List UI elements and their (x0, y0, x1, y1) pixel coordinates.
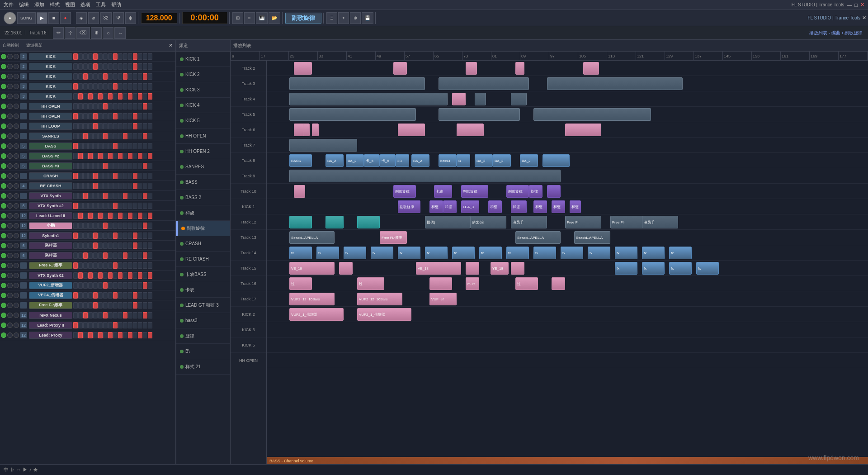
step-button[interactable] (148, 73, 152, 80)
track-block[interactable]: fx (344, 247, 366, 259)
step-button[interactable] (88, 272, 93, 279)
track-block[interactable]: fx (425, 247, 448, 259)
step-button[interactable] (78, 113, 83, 119)
step-button[interactable] (83, 262, 88, 269)
channel-rack-track[interactable]: KICK 4 (176, 98, 230, 113)
step-button[interactable] (138, 113, 142, 119)
step-button[interactable] (123, 163, 127, 169)
step-button[interactable] (148, 272, 152, 279)
step-button[interactable] (83, 143, 88, 149)
step-button[interactable] (128, 163, 132, 169)
step-button[interactable] (143, 113, 147, 119)
step-button[interactable] (113, 123, 118, 129)
step-button[interactable] (73, 193, 78, 199)
step-button[interactable] (108, 242, 113, 249)
step-button[interactable] (88, 63, 93, 70)
step-button[interactable] (113, 252, 118, 259)
channel-solo-btn[interactable] (14, 253, 19, 258)
channel-mute-btn[interactable] (7, 203, 13, 209)
channel-mute-btn[interactable] (7, 153, 13, 159)
channel-rack-track[interactable]: bass3 (176, 313, 230, 328)
channel-mute-btn[interactable] (7, 263, 13, 268)
step-button[interactable] (103, 203, 108, 209)
step-button[interactable] (118, 113, 123, 119)
channel-mute-btn[interactable] (7, 124, 13, 129)
step-button[interactable] (83, 312, 88, 318)
channel-solo-btn[interactable] (14, 173, 19, 179)
track-block[interactable] (429, 277, 452, 290)
step-button[interactable] (88, 173, 93, 179)
channel-active-btn[interactable] (1, 323, 6, 328)
step-button[interactable] (138, 322, 142, 328)
step-button[interactable] (138, 282, 142, 289)
channel-active-btn[interactable] (1, 173, 6, 179)
step-button[interactable] (83, 123, 88, 129)
channel-active-btn[interactable] (1, 253, 6, 258)
step-button[interactable] (83, 173, 88, 179)
track-block[interactable]: 3B (396, 154, 409, 167)
step-button[interactable] (98, 103, 103, 109)
track-block[interactable] (466, 62, 477, 75)
step-button[interactable] (93, 272, 98, 279)
channel-label[interactable]: HH OPEN (29, 103, 72, 110)
channel-label[interactable]: VTX Synth 02 (29, 272, 72, 279)
track-block[interactable]: 过 (357, 277, 384, 290)
step-button[interactable] (118, 302, 123, 309)
step-button[interactable] (123, 252, 127, 259)
channel-mute-btn[interactable] (7, 243, 13, 248)
step-button[interactable] (123, 262, 127, 269)
step-button[interactable] (108, 262, 113, 269)
step-button[interactable] (73, 63, 78, 70)
step-button[interactable] (148, 292, 152, 299)
channel-solo-btn[interactable] (14, 223, 19, 228)
track-block[interactable]: 副歌旋律 (393, 185, 416, 198)
channel-mute-btn[interactable] (7, 173, 13, 179)
track-block[interactable] (547, 77, 683, 90)
step-button[interactable] (83, 282, 88, 289)
step-button[interactable] (118, 322, 123, 328)
track-block[interactable] (466, 262, 479, 275)
step-button[interactable] (113, 282, 118, 289)
track-block[interactable] (475, 93, 486, 105)
step-button[interactable] (148, 252, 152, 259)
track-block[interactable]: 和璧 (552, 200, 565, 213)
step-button[interactable] (108, 233, 113, 239)
step-button[interactable] (108, 93, 113, 100)
step-button[interactable] (78, 103, 83, 109)
step-button[interactable] (108, 302, 113, 309)
save-btn[interactable]: 💾 (362, 12, 373, 24)
step-button[interactable] (73, 233, 78, 239)
step-button[interactable] (143, 252, 147, 259)
step-button[interactable] (118, 83, 123, 90)
track-block[interactable] (511, 93, 527, 105)
step-button[interactable] (113, 63, 118, 70)
step-button[interactable] (133, 262, 137, 269)
step-button[interactable] (138, 73, 142, 80)
channel-active-btn[interactable] (1, 303, 6, 308)
slip-tool[interactable]: ↔ (114, 27, 126, 39)
step-button[interactable] (133, 83, 137, 90)
step-button[interactable] (73, 103, 78, 109)
menu-help[interactable]: 帮助 (111, 1, 121, 8)
step-button[interactable] (128, 262, 132, 269)
step-button[interactable] (138, 193, 142, 199)
channel-solo-btn[interactable] (14, 323, 19, 328)
step-button[interactable] (108, 272, 113, 279)
track-block[interactable]: 和璧 (443, 200, 457, 213)
track-block[interactable] (439, 108, 520, 121)
step-button[interactable] (103, 262, 108, 269)
step-button[interactable] (88, 312, 93, 318)
step-button[interactable] (133, 193, 137, 199)
step-button[interactable] (128, 103, 132, 109)
step-button[interactable] (138, 53, 142, 60)
channel-solo-btn[interactable] (14, 193, 19, 199)
track-block[interactable]: 和璧 (570, 200, 581, 213)
step-button[interactable] (78, 173, 83, 179)
step-button[interactable] (113, 233, 118, 239)
step-button[interactable] (88, 332, 93, 338)
step-button[interactable] (138, 272, 142, 279)
step-button[interactable] (93, 183, 98, 189)
step-button[interactable] (98, 213, 103, 219)
channel-active-btn[interactable] (1, 193, 6, 199)
step-button[interactable] (123, 103, 127, 109)
